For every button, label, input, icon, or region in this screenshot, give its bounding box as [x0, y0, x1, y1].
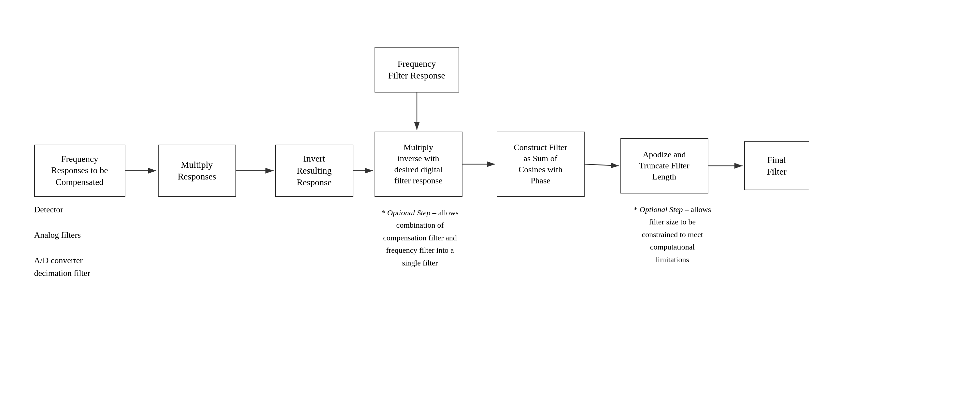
final-filter-label: FinalFilter [767, 154, 786, 178]
construct-filter-box: Construct Filteras Sum ofCosines withPha… [497, 132, 585, 197]
freq-responses-label: FrequencyResponses to beCompensated [51, 153, 108, 188]
svg-line-6 [585, 164, 619, 166]
multiply-responses-box: MultiplyResponses [158, 145, 236, 197]
invert-response-label: InvertResultingResponse [297, 153, 332, 188]
detector-label: Detector Analog filters A/D converterdec… [34, 203, 126, 279]
freq-filter-response-box: FrequencyFilter Response [375, 47, 459, 92]
apodize-label: Apodize andTruncate FilterLength [639, 149, 689, 182]
multiply-inverse-box: Multiplyinverse withdesired digitalfilte… [375, 132, 463, 197]
optional-step-2: * Optional Step – allows filter size to … [611, 203, 735, 266]
freq-filter-response-label: FrequencyFilter Response [388, 58, 445, 82]
optional-step-1: * Optional Step – allows combination of … [356, 207, 484, 269]
construct-filter-label: Construct Filteras Sum ofCosines withPha… [514, 142, 567, 186]
invert-response-box: InvertResultingResponse [275, 145, 353, 197]
diagram-container: FrequencyResponses to beCompensated Mult… [0, 0, 980, 400]
multiply-inverse-label: Multiplyinverse withdesired digitalfilte… [394, 142, 442, 186]
flow-wrapper: FrequencyResponses to beCompensated Mult… [18, 21, 963, 379]
arrows-svg [18, 21, 963, 379]
freq-responses-box: FrequencyResponses to beCompensated [34, 145, 126, 197]
apodize-box: Apodize andTruncate FilterLength [620, 138, 708, 193]
final-filter-box: FinalFilter [744, 141, 809, 190]
multiply-responses-label: MultiplyResponses [178, 159, 216, 183]
